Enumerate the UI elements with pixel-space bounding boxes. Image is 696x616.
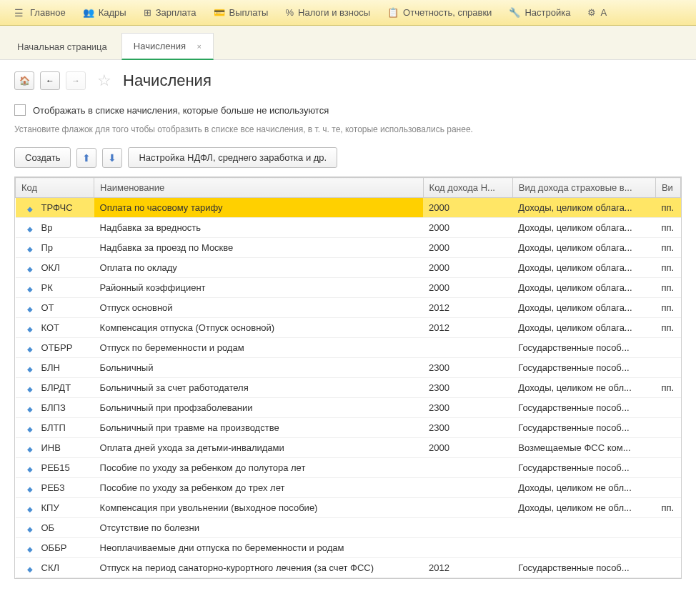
nav-personnel[interactable]: 👥 Кадры xyxy=(74,0,135,25)
header-extra[interactable]: Ви xyxy=(655,178,680,198)
row-icon xyxy=(27,285,37,291)
cell-name: Неоплачиваемые дни отпуска по беременнос… xyxy=(94,538,423,558)
nav-settings[interactable]: 🔧 Настройка xyxy=(500,0,579,25)
row-icon xyxy=(27,445,37,451)
cell-code: РЕБ15 xyxy=(16,458,94,478)
cell-income: 2300 xyxy=(423,418,512,438)
table-row[interactable]: БЛТПБольничный при травме на производств… xyxy=(16,418,681,438)
cell-insurance: Государственные пособ... xyxy=(512,398,655,418)
create-button[interactable]: Создать xyxy=(14,147,71,168)
table-row[interactable]: ОТОтпуск основной2012Доходы, целиком обл… xyxy=(16,298,681,318)
cell-name: Надбавка за вредность xyxy=(94,218,423,238)
back-button[interactable]: ← xyxy=(40,71,60,90)
grid-icon: ⊞ xyxy=(144,7,151,18)
nav-extra[interactable]: ⚙ А xyxy=(579,0,615,25)
favorite-icon[interactable]: ☆ xyxy=(97,71,111,90)
table-row[interactable]: КПУКомпенсация при увольнении (выходное … xyxy=(16,498,681,518)
cell-code: Пр xyxy=(16,238,94,258)
cell-income: 2000 xyxy=(423,218,512,238)
nav-salary[interactable]: ⊞ Зарплата xyxy=(135,0,205,25)
close-icon[interactable]: × xyxy=(197,42,202,51)
toolbar: Создать Настройка НДФЛ, среднего заработ… xyxy=(0,143,696,177)
cell-name: Пособие по уходу за ребенком до полутора… xyxy=(94,458,423,478)
tab-accruals[interactable]: Начисления × xyxy=(121,33,214,60)
nav-label: Главное xyxy=(30,7,66,18)
table-row[interactable]: ВрНадбавка за вредность2000Доходы, целик… xyxy=(16,218,681,238)
cell-name: Оплата дней ухода за детьми-инвалидами xyxy=(94,438,423,458)
nav-label: Кадры xyxy=(99,7,126,18)
cell-code: ИНВ xyxy=(16,438,94,458)
cell-extra xyxy=(655,538,680,558)
cell-insurance: Доходы, целиком облага... xyxy=(512,238,655,258)
cell-extra: пп. xyxy=(655,318,680,338)
row-icon xyxy=(27,345,37,351)
ndfl-settings-button[interactable]: Настройка НДФЛ, среднего заработка и др. xyxy=(128,147,337,168)
table-row[interactable]: БЛНБольничный2300Государственные пособ..… xyxy=(16,358,681,378)
tab-home[interactable]: Начальная страница xyxy=(6,34,119,59)
row-icon xyxy=(27,485,37,491)
nav-main[interactable]: Главное xyxy=(6,0,74,25)
table-row[interactable]: ОКЛОплата по окладу2000Доходы, целиком о… xyxy=(16,258,681,278)
table-row[interactable]: ОТБРРОтпуск по беременности и родамГосуд… xyxy=(16,338,681,358)
cell-name: Отсутствие по болезни xyxy=(94,518,423,538)
home-button[interactable]: 🏠 xyxy=(14,71,34,90)
cell-insurance: Доходы, целиком облага... xyxy=(512,318,655,338)
show-unused-checkbox[interactable] xyxy=(14,104,26,116)
table-row[interactable]: ИНВОплата дней ухода за детьми-инвалидам… xyxy=(16,438,681,458)
filter-label: Отображать в списке начисления, которые … xyxy=(33,105,329,116)
cell-insurance: Государственные пособ... xyxy=(512,558,655,578)
nav-payments[interactable]: 💳 Выплаты xyxy=(205,0,277,25)
cell-insurance: Государственные пособ... xyxy=(512,458,655,478)
cell-name: Больничный при профзаболевании xyxy=(94,398,423,418)
table-row[interactable]: ПрНадбавка за проезд по Москве2000Доходы… xyxy=(16,238,681,258)
cell-insurance: Доходы, целиком облага... xyxy=(512,258,655,278)
wrench-icon: 🔧 xyxy=(509,7,520,18)
table-row[interactable]: РКРайонный коэффициент2000Доходы, целико… xyxy=(16,278,681,298)
row-icon xyxy=(27,385,37,391)
nav-taxes[interactable]: % Налоги и взносы xyxy=(277,0,379,25)
row-icon xyxy=(27,525,37,531)
table-row[interactable]: БЛРДТБольничный за счет работодателя2300… xyxy=(16,378,681,398)
cell-extra: пп. xyxy=(655,498,680,518)
header-code[interactable]: Код xyxy=(16,178,94,198)
cell-name: Оплата по окладу xyxy=(94,258,423,278)
row-icon xyxy=(27,505,37,511)
cell-income: 2000 xyxy=(423,438,512,458)
table-row[interactable]: БЛПЗБольничный при профзаболевании2300Го… xyxy=(16,398,681,418)
cell-insurance: Государственные пособ... xyxy=(512,338,655,358)
page-header: 🏠 ← → ☆ Начисления xyxy=(0,60,696,99)
nav-reports[interactable]: 📋 Отчетность, справки xyxy=(379,0,500,25)
move-up-button[interactable] xyxy=(76,148,96,168)
cell-insurance: Доходы, целиком не обл... xyxy=(512,498,655,518)
cell-income xyxy=(423,538,512,558)
cell-name: Оплата по часовому тарифу xyxy=(94,198,423,218)
table-row[interactable]: ОББРНеоплачиваемые дни отпуска по береме… xyxy=(16,538,681,558)
cell-income xyxy=(423,458,512,478)
table-row[interactable]: РЕБ3Пособие по уходу за ребенком до трех… xyxy=(16,478,681,498)
table-row[interactable]: СКЛОтпуск на период санаторно-курортного… xyxy=(16,558,681,578)
cell-insurance xyxy=(512,538,655,558)
table-row[interactable]: КОТКомпенсация отпуска (Отпуск основной)… xyxy=(16,318,681,338)
forward-button[interactable]: → xyxy=(66,71,86,90)
header-insurance[interactable]: Вид дохода страховые в... xyxy=(512,178,655,198)
cell-extra xyxy=(655,558,680,578)
header-income-code[interactable]: Код дохода Н... xyxy=(423,178,512,198)
cell-income xyxy=(423,498,512,518)
table-row[interactable]: РЕБ15Пособие по уходу за ребенком до пол… xyxy=(16,458,681,478)
cell-code: ОТБРР xyxy=(16,338,94,358)
cell-extra xyxy=(655,338,680,358)
cell-income: 2012 xyxy=(423,558,512,578)
cell-income: 2000 xyxy=(423,258,512,278)
cell-code: КОТ xyxy=(16,318,94,338)
header-name[interactable]: Наименование xyxy=(94,178,423,198)
cell-extra xyxy=(655,358,680,378)
cell-insurance: Возмещаемые ФСС ком... xyxy=(512,438,655,458)
table-row[interactable]: ОБОтсутствие по болезни xyxy=(16,518,681,538)
cell-name: Больничный xyxy=(94,358,423,378)
move-down-button[interactable] xyxy=(102,148,122,168)
cell-code: БЛН xyxy=(16,358,94,378)
cell-extra xyxy=(655,518,680,538)
table-row[interactable]: ТРФЧСОплата по часовому тарифу2000Доходы… xyxy=(16,198,681,218)
row-icon xyxy=(27,325,37,331)
document-icon: 📋 xyxy=(387,7,399,18)
